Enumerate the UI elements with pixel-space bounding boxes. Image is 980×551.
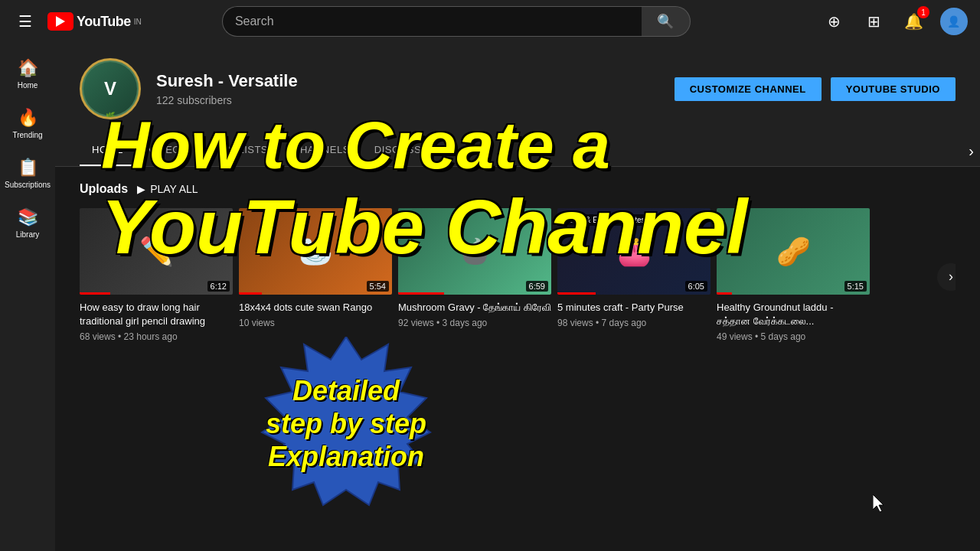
youtube-logo-area: YouTubeIN bbox=[47, 12, 142, 31]
channel-details: Suresh - Versatile 122 subscribers bbox=[156, 71, 298, 106]
video-meta-1: 68 views • 23 hours ago bbox=[80, 331, 233, 342]
search-icon: 🔍 bbox=[657, 13, 674, 30]
subscriptions-icon: 📋 bbox=[18, 158, 38, 178]
video-info-5: Healthy Groundnut laddu - சத்தான வேர்க்க… bbox=[717, 295, 870, 345]
video-meta-5: 49 views • 5 days ago bbox=[717, 331, 870, 342]
tab-home[interactable]: HOME bbox=[80, 135, 136, 166]
video-thumbnail-5: 🥜 5:15 bbox=[717, 208, 870, 295]
play-all-label: PLAY ALL bbox=[150, 183, 198, 195]
video-duration-4: 6:05 bbox=[685, 281, 707, 292]
subscriber-count: 122 subscribers bbox=[156, 94, 298, 106]
apps-button[interactable]: ⊞ bbox=[861, 8, 888, 35]
youtube-logo[interactable]: YouTubeIN bbox=[47, 12, 142, 31]
tab-playlists[interactable]: PLAYLISTS bbox=[200, 135, 280, 166]
video-info-4: 5 minutes craft - Party Purse 98 views •… bbox=[557, 295, 710, 331]
search-area: 🔍 bbox=[222, 6, 691, 37]
video-progress-3 bbox=[398, 292, 444, 295]
video-card-3[interactable]: 🍲 6:59 Mushroom Gravy - தேங்காய் கிரேவி … bbox=[398, 208, 551, 345]
sidebar-trending-label: Trending bbox=[12, 131, 42, 139]
hamburger-menu-button[interactable]: ☰ bbox=[12, 6, 38, 37]
video-card-5[interactable]: 🥜 5:15 Healthy Groundnut laddu - சத்தான … bbox=[717, 208, 870, 345]
video-progress-5 bbox=[717, 292, 732, 295]
apps-icon: ⊞ bbox=[867, 12, 880, 31]
video-title-4: 5 minutes craft - Party Purse bbox=[557, 301, 710, 315]
video-thumbnail-3: 🍲 6:59 bbox=[398, 208, 551, 295]
video-info-1: How easy to draw long hair traditional g… bbox=[80, 295, 233, 345]
video-thumbnail-1: ✏️ 6:12 bbox=[80, 208, 233, 295]
laurel-decoration: 🌿 bbox=[87, 112, 132, 119]
sidebar-item-home[interactable]: 🏠 Home bbox=[0, 49, 55, 96]
home-icon: 🏠 bbox=[18, 58, 38, 78]
customize-channel-button[interactable]: CUSTOMIZE CHANNEL bbox=[675, 77, 822, 101]
library-icon: 📚 bbox=[18, 207, 38, 227]
video-title-2: 18x4x4 dots cute swan Rango bbox=[239, 301, 392, 315]
video-duration-5: 5:15 bbox=[844, 281, 867, 292]
video-info-3: Mushroom Gravy - தேங்காய் கிரேவி 92 view… bbox=[398, 295, 551, 331]
video-card-2[interactable]: 🦢 5:54 18x4x4 dots cute swan Rango 10 vi… bbox=[239, 208, 392, 345]
notifications-button[interactable]: 🔔 1 bbox=[900, 8, 928, 35]
header-right-controls: ⊕ ⊞ 🔔 1 👤 bbox=[821, 8, 968, 35]
youtube-icon-box bbox=[47, 12, 74, 31]
uploads-title: Uploads bbox=[80, 182, 128, 196]
channel-name: Suresh - Versatile bbox=[156, 71, 298, 91]
channel-avatar-inner: V bbox=[83, 62, 137, 116]
create-icon: ⊕ bbox=[828, 12, 841, 31]
play-all-button[interactable]: ▶ PLAY ALL bbox=[137, 183, 198, 195]
user-avatar-button[interactable]: 👤 bbox=[940, 8, 968, 35]
video-progress-1 bbox=[80, 292, 110, 295]
country-code: IN bbox=[134, 18, 142, 26]
youtube-play-triangle bbox=[56, 16, 65, 27]
trending-icon: 🔥 bbox=[18, 108, 38, 128]
sidebar-library-label: Library bbox=[16, 230, 40, 239]
main-content: V 🌿 Suresh - Versatile 122 subscribers C… bbox=[55, 43, 980, 551]
sidebar-item-subscriptions[interactable]: 📋 Subscriptions bbox=[0, 148, 55, 195]
channel-info: V 🌿 Suresh - Versatile 122 subscribers bbox=[80, 58, 298, 119]
tab-channels[interactable]: CHANNELS bbox=[280, 135, 362, 166]
video-grid: ✏️ 6:12 How easy to draw long hair tradi… bbox=[80, 208, 956, 345]
channel-tabs: HOME VIDEOS PLAYLISTS CHANNELS DISCUSSIO… bbox=[55, 135, 980, 167]
video-progress-2 bbox=[239, 292, 262, 295]
header: ☰ YouTubeIN 🔍 ⊕ ⊞ 🔔 1 👤 bbox=[0, 0, 980, 43]
create-video-button[interactable]: ⊕ bbox=[821, 8, 848, 35]
notification-badge: 1 bbox=[917, 6, 929, 18]
sidebar-home-label: Home bbox=[18, 81, 38, 90]
video-meta-3: 92 views • 3 days ago bbox=[398, 318, 551, 328]
sidebar-subscriptions-label: Subscriptions bbox=[5, 181, 51, 189]
video-meta-2: 10 views bbox=[239, 318, 392, 328]
video-title-5: Healthy Groundnut laddu - சத்தான வேர்க்க… bbox=[717, 301, 870, 328]
youtube-text: YouTube bbox=[77, 14, 131, 30]
video-duration-3: 6:59 bbox=[526, 281, 548, 292]
video-duration-2: 5:54 bbox=[367, 281, 389, 292]
video-title-1: How easy to draw long hair traditional g… bbox=[80, 301, 233, 328]
video-card-1[interactable]: ✏️ 6:12 How easy to draw long hair tradi… bbox=[80, 208, 233, 345]
search-input[interactable] bbox=[222, 6, 642, 37]
channel-actions: CUSTOMIZE CHANNEL YOUTUBE STUDIO bbox=[675, 77, 956, 101]
play-icon: ▶ bbox=[137, 183, 145, 195]
sidebar: 🏠 Home 🔥 Trending 📋 Subscriptions 📚 Libr… bbox=[0, 43, 55, 551]
channel-header: V 🌿 Suresh - Versatile 122 subscribers C… bbox=[55, 43, 980, 135]
video-progress-4 bbox=[557, 292, 596, 295]
tab-discussion[interactable]: DISCUSSION bbox=[362, 135, 452, 166]
craft-badge: Best & Easy 5 Minutes Craft bbox=[564, 214, 668, 226]
tab-videos[interactable]: VIDEOS bbox=[136, 135, 200, 166]
video-card-4[interactable]: 👛 Best & Easy 5 Minutes Craft 6:05 5 min… bbox=[557, 208, 710, 345]
tabs-scroll-right-button[interactable]: › bbox=[969, 142, 974, 159]
video-thumbnail-2: 🦢 5:54 bbox=[239, 208, 392, 295]
video-thumbnail-4: 👛 Best & Easy 5 Minutes Craft 6:05 bbox=[557, 208, 710, 295]
video-grid-next-button[interactable]: › bbox=[937, 263, 956, 291]
search-button[interactable]: 🔍 bbox=[642, 6, 691, 37]
video-title-3: Mushroom Gravy - தேங்காய் கிரேவி bbox=[398, 301, 551, 315]
uploads-section: Uploads ▶ PLAY ALL ✏️ 6:12 How easy to d… bbox=[55, 167, 980, 360]
avatar-icon: 👤 bbox=[947, 15, 960, 28]
uploads-header: Uploads ▶ PLAY ALL bbox=[80, 182, 956, 196]
youtube-studio-button[interactable]: YOUTUBE STUDIO bbox=[831, 77, 956, 101]
video-duration-1: 6:12 bbox=[207, 281, 230, 292]
video-info-2: 18x4x4 dots cute swan Rango 10 views bbox=[239, 295, 392, 331]
sidebar-item-library[interactable]: 📚 Library bbox=[0, 198, 55, 245]
channel-avatar: V 🌿 bbox=[80, 58, 141, 119]
video-meta-4: 98 views • 7 days ago bbox=[557, 318, 710, 328]
sidebar-item-trending[interactable]: 🔥 Trending bbox=[0, 99, 55, 145]
